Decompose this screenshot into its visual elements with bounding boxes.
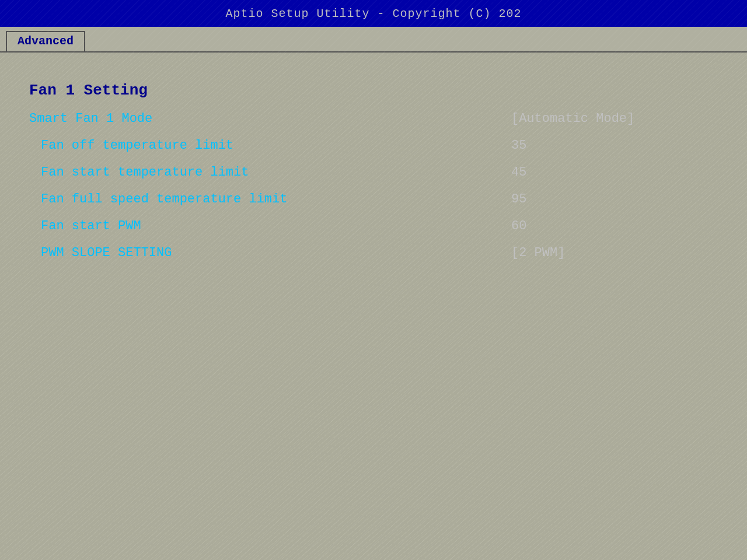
header-bar: Aptio Setup Utility - Copyright (C) 202: [0, 0, 747, 27]
setting-row-fan-start-temp[interactable]: Fan start temperature limit 45: [29, 159, 718, 186]
section-heading: Fan 1 Setting: [29, 82, 718, 99]
setting-label-fan-start-pwm: Fan start PWM: [29, 212, 511, 239]
setting-row-fan-start-pwm[interactable]: Fan start PWM 60: [29, 212, 718, 239]
main-content: Fan 1 Setting Smart Fan 1 Mode [Automati…: [0, 52, 747, 560]
setting-value-fan-off-temp: 35: [511, 132, 718, 159]
setting-value-smart-fan-mode: [Automatic Mode]: [511, 105, 718, 132]
setting-value-fan-full-speed-temp: 95: [511, 186, 718, 212]
tab-bar: Advanced: [0, 27, 747, 51]
setting-label-fan-full-speed-temp: Fan full speed temperature limit: [29, 186, 511, 212]
settings-table: Smart Fan 1 Mode [Automatic Mode] Fan of…: [29, 105, 718, 266]
tab-divider: [0, 51, 747, 52]
setting-value-fan-start-temp: 45: [511, 159, 718, 186]
setting-row-pwm-slope[interactable]: PWM SLOPE SETTING [2 PWM]: [29, 239, 718, 266]
setting-row-fan-full-speed-temp[interactable]: Fan full speed temperature limit 95: [29, 186, 718, 212]
tab-advanced[interactable]: Advanced: [6, 31, 85, 52]
setting-label-fan-start-temp: Fan start temperature limit: [29, 159, 511, 186]
setting-label-smart-fan-mode: Smart Fan 1 Mode: [29, 105, 511, 132]
bios-screen: Aptio Setup Utility - Copyright (C) 202 …: [0, 0, 747, 560]
header-title: Aptio Setup Utility - Copyright (C) 202: [225, 7, 521, 20]
setting-row-smart-fan-mode[interactable]: Smart Fan 1 Mode [Automatic Mode]: [29, 105, 718, 132]
setting-row-fan-off-temp[interactable]: Fan off temperature limit 35: [29, 132, 718, 159]
setting-label-fan-off-temp: Fan off temperature limit: [29, 132, 511, 159]
setting-value-pwm-slope: [2 PWM]: [511, 239, 718, 266]
setting-value-fan-off-temp-selected: 35: [511, 138, 526, 153]
setting-label-pwm-slope: PWM SLOPE SETTING: [29, 239, 511, 266]
setting-value-fan-start-pwm: 60: [511, 212, 718, 239]
